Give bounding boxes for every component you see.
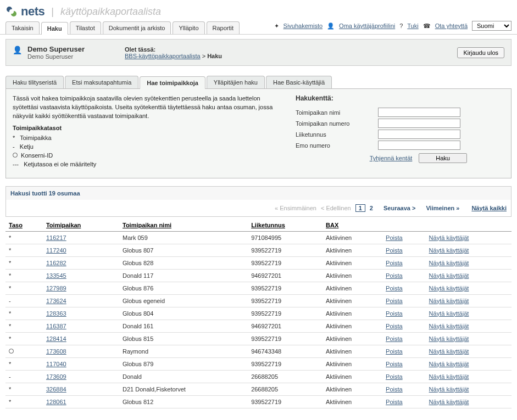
show-users-link[interactable]: Näytä käyttäjät	[429, 310, 469, 317]
col-merchant-name[interactable]: Toimipaikan nimi	[119, 219, 248, 232]
sub-tab-etsi-maksutapahtumia[interactable]: Etsi maksutapahtumia	[65, 76, 138, 88]
merchant-link[interactable]: 128414	[46, 335, 66, 342]
show-users-link[interactable]: Näytä käyttäjät	[429, 247, 469, 254]
remove-link[interactable]: Poista	[386, 298, 403, 304]
sub-tab-haku-tilityseristä[interactable]: Haku tilityseristä	[5, 76, 64, 88]
cell-show-users: Näytä käyttäjät	[426, 294, 512, 307]
pager-page-2[interactable]: 2	[370, 205, 373, 211]
logo: nets | käyttöpaikkaportaalista	[5, 4, 161, 19]
merchant-link[interactable]: 117240	[46, 247, 66, 254]
main-tab-dokumentit-ja-arkisto[interactable]: Dokumentit ja arkisto	[103, 21, 171, 34]
cell-merchant: 117040	[43, 357, 119, 370]
cell-level: *	[5, 395, 43, 408]
cell-merchant-name: Globus 828	[119, 256, 248, 269]
sub-tab-ylläpitäjien-haku[interactable]: Ylläpitäjien haku	[207, 76, 265, 88]
main-tab-takaisin[interactable]: Takaisin	[5, 21, 40, 34]
table-row: *128363Globus 804939522719AktiivinenPois…	[5, 307, 512, 320]
cell-merchant: 116387	[43, 320, 119, 332]
col-level[interactable]: Taso	[5, 219, 43, 232]
remove-link[interactable]: Poista	[386, 386, 403, 393]
remove-link[interactable]: Poista	[386, 285, 403, 292]
merchant-name-input[interactable]	[378, 108, 460, 117]
merchant-link[interactable]: 116387	[46, 323, 66, 329]
cell-bax: Aktiivinen	[323, 395, 382, 408]
col-bax[interactable]: BAX	[323, 219, 382, 232]
topnav: TakaisinHakuTilastotDokumentit ja arkist…	[0, 21, 517, 35]
form-row-parent-number: Emo numero	[296, 141, 504, 150]
merchant-link[interactable]: 128061	[46, 399, 66, 405]
pager-next[interactable]: Seuraava >	[383, 205, 415, 211]
show-users-link[interactable]: Näytä käyttäjät	[429, 260, 469, 266]
merchant-number-input[interactable]	[378, 119, 460, 128]
show-users-link[interactable]: Näytä käyttäjät	[429, 348, 469, 355]
main-tab-tilastot[interactable]: Tilastot	[70, 21, 101, 34]
cell-remove: Poista	[382, 345, 426, 357]
main-tab-haku[interactable]: Haku	[41, 22, 68, 35]
remove-link[interactable]: Poista	[386, 260, 403, 266]
merchant-link[interactable]: 128363	[46, 310, 66, 317]
sub-tab-hae-basic-käyttäjiä[interactable]: Hae Basic-käyttäjiä	[266, 76, 332, 88]
merchant-link[interactable]: 173608	[46, 348, 66, 355]
cell-merchant: 116217	[43, 231, 119, 244]
merchant-link[interactable]: 326884	[46, 386, 66, 393]
link-profile[interactable]: Oma käyttäjäprofiilini	[339, 23, 395, 29]
show-users-link[interactable]: Näytä käyttäjät	[429, 272, 469, 279]
cell-business-id: 939522719	[248, 395, 323, 408]
remove-link[interactable]: Poista	[386, 373, 403, 380]
show-users-link[interactable]: Näytä käyttäjät	[429, 361, 469, 367]
show-users-link[interactable]: Näytä käyttäjät	[429, 285, 469, 292]
remove-link[interactable]: Poista	[386, 335, 403, 342]
main-tab-raportit[interactable]: Raportit	[207, 21, 240, 34]
show-users-link[interactable]: Näytä käyttäjät	[429, 399, 469, 405]
breadcrumb-root[interactable]: BBS-käyttöpaikkaportaalista	[125, 53, 201, 59]
col-merchant[interactable]: Toimipaikan	[43, 219, 119, 232]
logout-button[interactable]: Kirjaudu ulos	[457, 47, 504, 58]
show-users-link[interactable]: Näytä käyttäjät	[429, 373, 469, 380]
results-summary: Hakusi tuotti 19 osumaa	[5, 186, 512, 200]
clear-fields-link[interactable]: Tyhjennä kentät	[370, 155, 413, 161]
table-row: *116217Mark 059971084995AktiivinenPoista…	[5, 231, 512, 244]
merchant-number-label: Toimipaikan numero	[296, 120, 378, 127]
remove-link[interactable]: Poista	[386, 361, 403, 367]
show-users-link[interactable]: Näytä käyttäjät	[429, 298, 469, 304]
link-help[interactable]: Tuki	[407, 23, 418, 29]
cell-show-users: Näytä käyttäjät	[426, 307, 512, 320]
main-tab-ylläpito[interactable]: Ylläpito	[173, 21, 204, 34]
search-button[interactable]: Haku	[419, 153, 467, 163]
merchant-link[interactable]: 173624	[46, 298, 66, 304]
remove-link[interactable]: Poista	[386, 247, 403, 254]
col-business-id[interactable]: Liiketunnus	[248, 219, 323, 232]
remove-link[interactable]: Poista	[386, 234, 403, 241]
business-id-input[interactable]	[378, 130, 460, 139]
remove-link[interactable]: Poista	[386, 310, 403, 317]
pager-last[interactable]: Viimeinen »	[426, 205, 459, 211]
link-contact[interactable]: Ota yhteyttä	[435, 23, 468, 29]
merchant-link[interactable]: 116217	[46, 234, 66, 241]
merchant-link[interactable]: 133545	[46, 272, 66, 279]
show-users-link[interactable]: Näytä käyttäjät	[429, 335, 469, 342]
pager-show-all[interactable]: Näytä kaikki	[471, 205, 507, 211]
language-select[interactable]: Suomi	[472, 21, 512, 31]
merchant-link[interactable]: 127989	[46, 285, 66, 292]
parent-number-input[interactable]	[378, 141, 460, 150]
pager-prev: < Edellinen	[321, 205, 351, 211]
remove-link[interactable]: Poista	[386, 348, 403, 355]
table-row: *117240Globus 807939522719AktiivinenPois…	[5, 244, 512, 256]
cell-merchant-name: Donald 161	[119, 320, 248, 332]
brand-text: nets	[21, 4, 45, 19]
show-users-link[interactable]: Näytä käyttäjät	[429, 386, 469, 393]
cell-bax: Aktiivinen	[323, 294, 382, 307]
merchant-link[interactable]: 116282	[46, 260, 66, 266]
remove-link[interactable]: Poista	[386, 323, 403, 329]
remove-link[interactable]: Poista	[386, 399, 403, 405]
pager-page-1[interactable]: 1	[355, 204, 365, 212]
show-users-link[interactable]: Näytä käyttäjät	[429, 323, 469, 329]
table-row: *326884D21 Donald,Fisketorvet26688205Akt…	[5, 383, 512, 395]
link-sitemap[interactable]: Sivuhakemisto	[283, 23, 323, 29]
cell-merchant: 116282	[43, 256, 119, 269]
merchant-link[interactable]: 173609	[46, 373, 66, 380]
remove-link[interactable]: Poista	[386, 272, 403, 279]
sub-tab-hae-toimipaikkoja[interactable]: Hae toimipaikkoja	[140, 76, 205, 89]
merchant-link[interactable]: 117040	[46, 361, 66, 367]
show-users-link[interactable]: Näytä käyttäjät	[429, 234, 469, 241]
